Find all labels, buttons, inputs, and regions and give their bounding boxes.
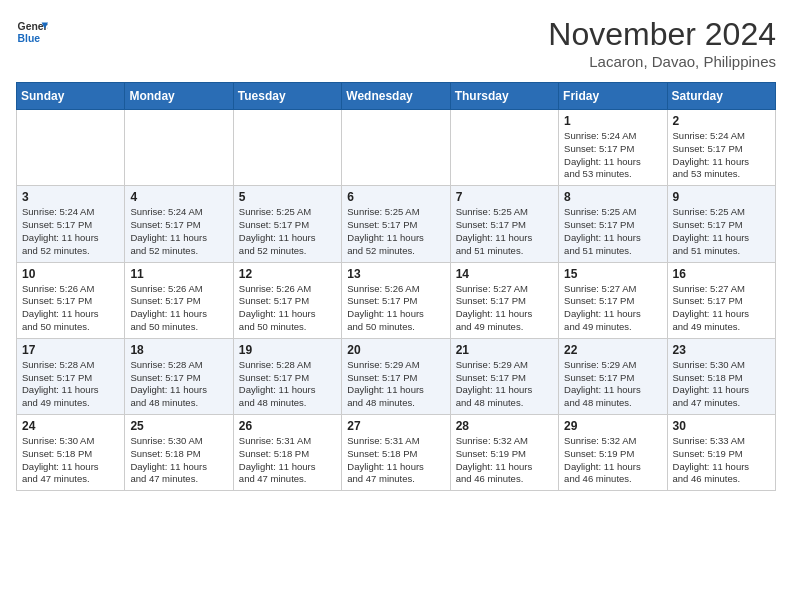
day-number: 18: [130, 343, 227, 357]
day-number: 22: [564, 343, 661, 357]
calendar-cell: 27Sunrise: 5:31 AM Sunset: 5:18 PM Dayli…: [342, 415, 450, 491]
calendar-cell: 24Sunrise: 5:30 AM Sunset: 5:18 PM Dayli…: [17, 415, 125, 491]
day-info: Sunrise: 5:26 AM Sunset: 5:17 PM Dayligh…: [130, 283, 227, 334]
calendar-cell: 12Sunrise: 5:26 AM Sunset: 5:17 PM Dayli…: [233, 262, 341, 338]
calendar-week-2: 3Sunrise: 5:24 AM Sunset: 5:17 PM Daylig…: [17, 186, 776, 262]
day-number: 21: [456, 343, 553, 357]
day-header-wednesday: Wednesday: [342, 83, 450, 110]
calendar-cell: 5Sunrise: 5:25 AM Sunset: 5:17 PM Daylig…: [233, 186, 341, 262]
location-title: Lacaron, Davao, Philippines: [548, 53, 776, 70]
day-info: Sunrise: 5:30 AM Sunset: 5:18 PM Dayligh…: [673, 359, 770, 410]
day-number: 8: [564, 190, 661, 204]
svg-text:Blue: Blue: [18, 33, 41, 44]
calendar-cell: 2Sunrise: 5:24 AM Sunset: 5:17 PM Daylig…: [667, 110, 775, 186]
day-number: 10: [22, 267, 119, 281]
day-info: Sunrise: 5:32 AM Sunset: 5:19 PM Dayligh…: [564, 435, 661, 486]
calendar-cell: 25Sunrise: 5:30 AM Sunset: 5:18 PM Dayli…: [125, 415, 233, 491]
day-number: 24: [22, 419, 119, 433]
calendar-cell: 20Sunrise: 5:29 AM Sunset: 5:17 PM Dayli…: [342, 338, 450, 414]
month-title: November 2024: [548, 16, 776, 53]
day-info: Sunrise: 5:26 AM Sunset: 5:17 PM Dayligh…: [22, 283, 119, 334]
day-info: Sunrise: 5:30 AM Sunset: 5:18 PM Dayligh…: [22, 435, 119, 486]
calendar-cell: 10Sunrise: 5:26 AM Sunset: 5:17 PM Dayli…: [17, 262, 125, 338]
calendar-cell: 28Sunrise: 5:32 AM Sunset: 5:19 PM Dayli…: [450, 415, 558, 491]
calendar-cell: 16Sunrise: 5:27 AM Sunset: 5:17 PM Dayli…: [667, 262, 775, 338]
calendar-cell: 1Sunrise: 5:24 AM Sunset: 5:17 PM Daylig…: [559, 110, 667, 186]
day-number: 29: [564, 419, 661, 433]
calendar-cell: 23Sunrise: 5:30 AM Sunset: 5:18 PM Dayli…: [667, 338, 775, 414]
day-number: 17: [22, 343, 119, 357]
day-info: Sunrise: 5:24 AM Sunset: 5:17 PM Dayligh…: [564, 130, 661, 181]
calendar-cell: [17, 110, 125, 186]
day-number: 16: [673, 267, 770, 281]
day-info: Sunrise: 5:25 AM Sunset: 5:17 PM Dayligh…: [347, 206, 444, 257]
day-header-saturday: Saturday: [667, 83, 775, 110]
day-number: 20: [347, 343, 444, 357]
calendar: SundayMondayTuesdayWednesdayThursdayFrid…: [16, 82, 776, 491]
day-info: Sunrise: 5:26 AM Sunset: 5:17 PM Dayligh…: [239, 283, 336, 334]
day-number: 3: [22, 190, 119, 204]
day-info: Sunrise: 5:30 AM Sunset: 5:18 PM Dayligh…: [130, 435, 227, 486]
title-block: November 2024 Lacaron, Davao, Philippine…: [548, 16, 776, 70]
day-number: 27: [347, 419, 444, 433]
day-number: 7: [456, 190, 553, 204]
day-info: Sunrise: 5:28 AM Sunset: 5:17 PM Dayligh…: [130, 359, 227, 410]
calendar-cell: 6Sunrise: 5:25 AM Sunset: 5:17 PM Daylig…: [342, 186, 450, 262]
day-info: Sunrise: 5:27 AM Sunset: 5:17 PM Dayligh…: [456, 283, 553, 334]
day-info: Sunrise: 5:27 AM Sunset: 5:17 PM Dayligh…: [564, 283, 661, 334]
calendar-cell: 8Sunrise: 5:25 AM Sunset: 5:17 PM Daylig…: [559, 186, 667, 262]
day-number: 13: [347, 267, 444, 281]
day-number: 25: [130, 419, 227, 433]
day-info: Sunrise: 5:24 AM Sunset: 5:17 PM Dayligh…: [673, 130, 770, 181]
day-info: Sunrise: 5:31 AM Sunset: 5:18 PM Dayligh…: [347, 435, 444, 486]
calendar-cell: 22Sunrise: 5:29 AM Sunset: 5:17 PM Dayli…: [559, 338, 667, 414]
calendar-cell: [125, 110, 233, 186]
logo-icon: General Blue: [16, 16, 48, 48]
calendar-cell: 26Sunrise: 5:31 AM Sunset: 5:18 PM Dayli…: [233, 415, 341, 491]
calendar-cell: 11Sunrise: 5:26 AM Sunset: 5:17 PM Dayli…: [125, 262, 233, 338]
day-header-tuesday: Tuesday: [233, 83, 341, 110]
day-header-friday: Friday: [559, 83, 667, 110]
day-info: Sunrise: 5:32 AM Sunset: 5:19 PM Dayligh…: [456, 435, 553, 486]
calendar-cell: 29Sunrise: 5:32 AM Sunset: 5:19 PM Dayli…: [559, 415, 667, 491]
calendar-cell: 4Sunrise: 5:24 AM Sunset: 5:17 PM Daylig…: [125, 186, 233, 262]
calendar-cell: 14Sunrise: 5:27 AM Sunset: 5:17 PM Dayli…: [450, 262, 558, 338]
calendar-cell: 13Sunrise: 5:26 AM Sunset: 5:17 PM Dayli…: [342, 262, 450, 338]
day-number: 6: [347, 190, 444, 204]
day-number: 5: [239, 190, 336, 204]
day-info: Sunrise: 5:26 AM Sunset: 5:17 PM Dayligh…: [347, 283, 444, 334]
day-info: Sunrise: 5:31 AM Sunset: 5:18 PM Dayligh…: [239, 435, 336, 486]
day-info: Sunrise: 5:25 AM Sunset: 5:17 PM Dayligh…: [239, 206, 336, 257]
header: General Blue November 2024 Lacaron, Dava…: [16, 16, 776, 70]
day-number: 12: [239, 267, 336, 281]
header-row: SundayMondayTuesdayWednesdayThursdayFrid…: [17, 83, 776, 110]
day-number: 14: [456, 267, 553, 281]
calendar-cell: 3Sunrise: 5:24 AM Sunset: 5:17 PM Daylig…: [17, 186, 125, 262]
calendar-week-5: 24Sunrise: 5:30 AM Sunset: 5:18 PM Dayli…: [17, 415, 776, 491]
day-number: 2: [673, 114, 770, 128]
day-info: Sunrise: 5:28 AM Sunset: 5:17 PM Dayligh…: [239, 359, 336, 410]
day-number: 23: [673, 343, 770, 357]
day-info: Sunrise: 5:25 AM Sunset: 5:17 PM Dayligh…: [673, 206, 770, 257]
day-info: Sunrise: 5:33 AM Sunset: 5:19 PM Dayligh…: [673, 435, 770, 486]
day-number: 26: [239, 419, 336, 433]
calendar-cell: 7Sunrise: 5:25 AM Sunset: 5:17 PM Daylig…: [450, 186, 558, 262]
day-info: Sunrise: 5:29 AM Sunset: 5:17 PM Dayligh…: [456, 359, 553, 410]
calendar-week-4: 17Sunrise: 5:28 AM Sunset: 5:17 PM Dayli…: [17, 338, 776, 414]
day-number: 9: [673, 190, 770, 204]
day-number: 4: [130, 190, 227, 204]
calendar-cell: [233, 110, 341, 186]
calendar-cell: 17Sunrise: 5:28 AM Sunset: 5:17 PM Dayli…: [17, 338, 125, 414]
calendar-cell: 9Sunrise: 5:25 AM Sunset: 5:17 PM Daylig…: [667, 186, 775, 262]
calendar-cell: 19Sunrise: 5:28 AM Sunset: 5:17 PM Dayli…: [233, 338, 341, 414]
calendar-week-3: 10Sunrise: 5:26 AM Sunset: 5:17 PM Dayli…: [17, 262, 776, 338]
day-info: Sunrise: 5:29 AM Sunset: 5:17 PM Dayligh…: [564, 359, 661, 410]
day-info: Sunrise: 5:27 AM Sunset: 5:17 PM Dayligh…: [673, 283, 770, 334]
day-number: 30: [673, 419, 770, 433]
calendar-cell: 15Sunrise: 5:27 AM Sunset: 5:17 PM Dayli…: [559, 262, 667, 338]
day-info: Sunrise: 5:29 AM Sunset: 5:17 PM Dayligh…: [347, 359, 444, 410]
day-header-thursday: Thursday: [450, 83, 558, 110]
day-number: 19: [239, 343, 336, 357]
day-header-sunday: Sunday: [17, 83, 125, 110]
day-number: 28: [456, 419, 553, 433]
